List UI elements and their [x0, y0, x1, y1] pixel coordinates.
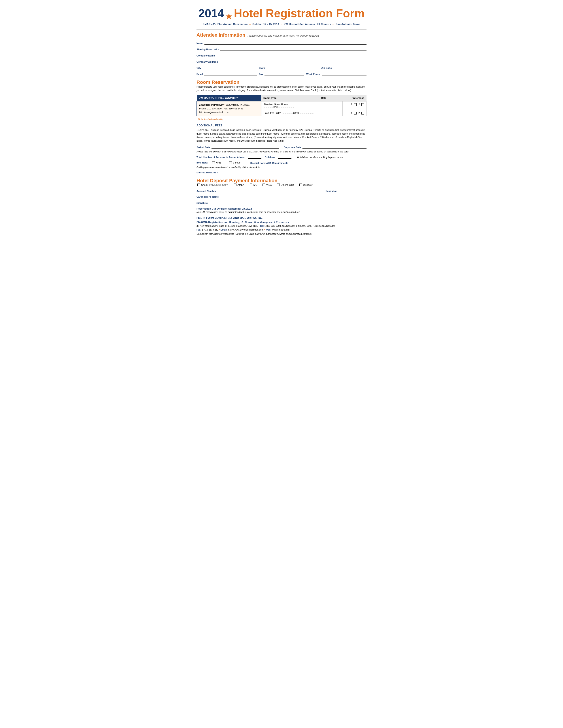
cardholder-row: Cardholder's Name — [196, 195, 367, 198]
check-option[interactable]: Check (Payable to CMR) — [196, 184, 228, 186]
amex-option[interactable]: AMEX — [233, 184, 244, 186]
persons-row: Total Number of Persons in Room: Adults … — [196, 155, 367, 159]
amex-checkbox[interactable] — [234, 184, 236, 186]
no-smoking-text: Hotel does not allow smoking in guest ro… — [297, 156, 344, 159]
cardholder-label: Cardholder's Name — [196, 195, 218, 198]
diners-label: Diner's Club — [281, 184, 294, 186]
expiration-input[interactable] — [340, 189, 367, 192]
deposit-section: Hotel Deposit Payment Information Check … — [196, 178, 367, 213]
deposit-title: Hotel Deposit Payment Information — [196, 178, 277, 183]
year-text: 2014 — [198, 7, 224, 20]
address-row: Company Address — [196, 60, 367, 63]
sharing-label: Sharing Room With — [196, 48, 219, 51]
attendee-title: Attendee Information — [196, 32, 245, 38]
subtitle: SMACNA's 71st Annual Convention •• Octob… — [196, 23, 367, 25]
visa-checkbox[interactable] — [262, 184, 265, 186]
room1-pref2-checkbox[interactable] — [362, 103, 364, 106]
zip-input[interactable] — [333, 66, 367, 69]
children-label: Children — [265, 156, 275, 159]
signature-input[interactable] — [209, 201, 367, 204]
room-description: Please indicate your room categories, in… — [196, 85, 367, 92]
city-state-zip-row: City State Zip Code — [196, 66, 367, 69]
bed-type-row: Bed Type: King 2 Beds Special Hotel/ADA … — [196, 161, 367, 164]
visa-label: VISA — [266, 184, 272, 186]
room2-pref1-checkbox[interactable] — [354, 112, 357, 114]
th-rate: Rate — [319, 95, 343, 101]
room1-pref1-checkbox[interactable] — [354, 103, 357, 106]
th-pref: Preference — [343, 95, 367, 101]
hotel-table: JW MARRIOTT HILL COUNTRY Room Type Rate … — [196, 95, 367, 116]
city-label: City — [196, 67, 201, 69]
room2-rate-cell — [319, 110, 343, 116]
check-note: (Payable to CMR) — [209, 184, 228, 186]
fill-addr: 33 New Montgomery, Suite 1100, San Franc… — [196, 224, 367, 232]
main-title: Hotel Registration Form — [234, 7, 365, 20]
special-req-label: Special Hotel/ADA Requirements — [250, 162, 289, 164]
special-req-input[interactable] — [291, 161, 367, 164]
signature-label: Signature — [196, 202, 208, 204]
discover-option[interactable]: Discover — [299, 184, 313, 186]
attendee-note: Please complete one hotel form for each … — [247, 34, 320, 37]
departure-label: Departure Date — [284, 146, 301, 149]
address-label: Company Address — [196, 60, 218, 63]
cutoff-date: Reservation Cut-Off Date: September 19, … — [196, 207, 367, 210]
zip-label: Zip Code — [321, 67, 332, 69]
mc-option[interactable]: MC — [249, 184, 257, 186]
cardholder-input[interactable] — [220, 195, 367, 198]
payment-methods-row: Check (Payable to CMR) AMEX MC VISA Dine… — [196, 184, 367, 186]
account-number-row: Account Number Expiration — [196, 189, 367, 192]
diners-option[interactable]: Diner's Club — [276, 184, 294, 186]
checkin-note: Please note that check in is at 4 PM and… — [196, 150, 367, 153]
email-label: Email — [196, 73, 203, 75]
visa-option[interactable]: VISA — [261, 184, 272, 186]
king-option[interactable]: King — [211, 161, 220, 164]
sharing-input[interactable] — [220, 47, 367, 51]
city-input[interactable] — [202, 66, 257, 69]
workphone-input[interactable] — [322, 72, 367, 75]
children-input[interactable] — [278, 155, 292, 159]
arrival-label: Arrival Date — [196, 146, 210, 149]
cutoff-note: Note: All reservations must be guarantee… — [196, 211, 367, 213]
marriott-row: Marriott Rewards # — [196, 170, 367, 174]
discover-checkbox[interactable] — [300, 184, 302, 186]
two-beds-option[interactable]: 2 Beds — [228, 161, 240, 164]
fill-org: SMACNA Registration and Housing, c/o Con… — [196, 221, 367, 223]
mc-label: MC — [253, 184, 257, 186]
check-checkbox[interactable] — [197, 184, 200, 186]
hotel-address-cell: 23808 Resort Parkway • San Antonio, TX 7… — [197, 101, 261, 116]
arrival-input[interactable] — [211, 145, 279, 149]
persons-label: Total Number of Persons in Room: Adults — [196, 156, 244, 159]
mc-checkbox[interactable] — [250, 184, 252, 186]
email-input[interactable] — [204, 72, 256, 75]
king-label: King — [216, 161, 220, 164]
avail-note: * Note: Limited availability — [196, 118, 367, 121]
state-label: State — [259, 67, 265, 69]
two-beds-checkbox[interactable] — [229, 161, 232, 164]
address-input[interactable] — [219, 60, 367, 63]
departure-input[interactable] — [303, 145, 367, 149]
company-input[interactable] — [216, 53, 367, 57]
fax-input[interactable] — [264, 72, 304, 75]
special-req-group: Special Hotel/ADA Requirements — [250, 161, 367, 164]
account-input[interactable] — [220, 189, 324, 192]
state-input[interactable] — [266, 66, 319, 69]
room2-pref2-checkbox[interactable] — [362, 112, 364, 114]
mail-to-section: FILL IN FORM COMPLETELY AND MAIL OR FAX … — [196, 216, 367, 235]
name-input[interactable] — [204, 41, 367, 45]
king-checkbox[interactable] — [212, 161, 215, 164]
adults-input[interactable] — [248, 155, 261, 159]
page-header: 2014 ★ Hotel Registration Form — [196, 7, 367, 21]
workphone-label: Work Phone — [306, 73, 321, 75]
diners-checkbox[interactable] — [277, 184, 280, 186]
fax-label: Fax — [259, 73, 263, 75]
marriott-input[interactable] — [220, 170, 264, 174]
room1-rate-cell — [319, 101, 343, 110]
room1-pref-cell: 1 2 — [343, 101, 367, 110]
th-hotel: JW MARRIOTT HILL COUNTRY — [197, 95, 261, 101]
additional-fees-title: ADDITIONAL FEES — [196, 124, 367, 127]
account-label: Account Number — [196, 190, 216, 192]
fees-text: 16.75% tax. Third and fourth adults in r… — [196, 128, 367, 143]
arrival-departure-row: Arrival Date Departure Date — [196, 145, 367, 149]
star-icon: ★ — [225, 11, 233, 21]
additional-fees-section: ADDITIONAL FEES 16.75% tax. Third and fo… — [196, 124, 367, 174]
